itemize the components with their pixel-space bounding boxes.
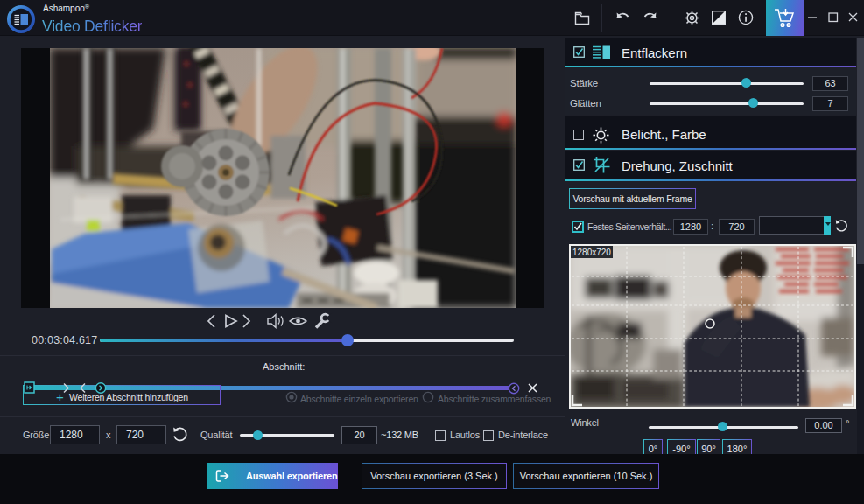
svg-text:1280x720: 1280x720 — [572, 248, 611, 257]
